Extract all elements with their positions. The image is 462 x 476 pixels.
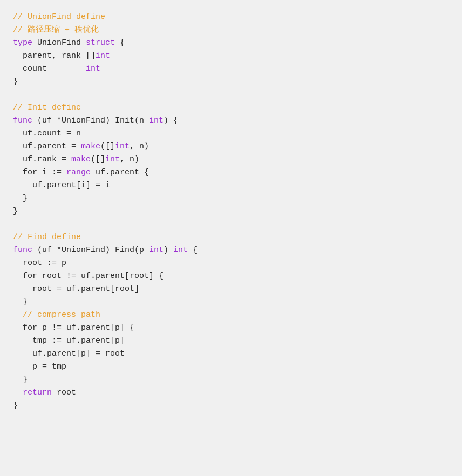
code-line: func (uf *UnionFind) Find(p int) int { — [13, 244, 449, 257]
code-line: } — [13, 205, 449, 218]
code-token: ) { — [164, 116, 178, 125]
code-block: // UnionFind define// 路径压缩 + 秩优化type Uni… — [13, 11, 449, 412]
code-token: // UnionFind define — [13, 12, 105, 22]
code-token: struct — [86, 38, 115, 47]
code-token: root = uf.parent[root] — [13, 284, 139, 294]
code-token: func — [13, 246, 32, 255]
code-line: p = tmp — [13, 361, 449, 373]
code-token: } — [13, 194, 28, 203]
code-line: func (uf *UnionFind) Init(n int) { — [13, 114, 449, 127]
code-token: // Init define — [13, 103, 81, 112]
code-line: // 路径压缩 + 秩优化 — [13, 24, 449, 37]
code-line: for p != uf.parent[p] { — [13, 322, 449, 335]
code-line: root = uf.parent[root] — [13, 283, 449, 296]
code-line: } — [13, 399, 449, 412]
code-token: int — [105, 155, 120, 164]
code-line: uf.parent = make([]int, n) — [13, 140, 449, 153]
code-token: uf.parent = — [13, 142, 81, 151]
code-line: uf.count = n — [13, 127, 449, 140]
code-token: // 路径压缩 + 秩优化 — [13, 25, 99, 35]
code-token: make — [71, 155, 91, 164]
code-token: uf.parent[p] = root — [13, 349, 125, 358]
code-line: return root — [13, 386, 449, 399]
code-line: type UnionFind struct { — [13, 37, 449, 50]
code-token: int — [149, 116, 164, 125]
code-token: (uf *UnionFind) Init(n — [32, 116, 149, 125]
code-line: parent, rank []int — [13, 50, 449, 63]
code-line: // Find define — [13, 231, 449, 244]
code-token: } — [13, 77, 18, 86]
code-token: , n) — [130, 142, 149, 151]
code-line — [13, 89, 449, 101]
code-line: // compress path — [13, 309, 449, 322]
code-token: int — [173, 246, 188, 255]
code-token: func — [13, 116, 32, 125]
code-token: { — [115, 38, 125, 47]
code-token: for i := — [13, 168, 66, 177]
code-token: (uf *UnionFind) Find(p — [32, 246, 149, 255]
code-token: ([] — [91, 155, 105, 164]
code-token: uf.parent[i] = i — [13, 181, 110, 190]
code-token: count — [13, 64, 86, 73]
code-token: int — [86, 64, 100, 73]
code-line: uf.rank = make([]int, n) — [13, 153, 449, 166]
code-token: int — [149, 246, 164, 255]
code-token: } — [13, 401, 18, 410]
code-line: } — [13, 76, 449, 89]
code-line: uf.parent[i] = i — [13, 179, 449, 192]
code-line: // Init define — [13, 101, 449, 114]
code-line: root := p — [13, 257, 449, 270]
code-token: , n) — [120, 155, 139, 164]
code-token: parent, rank [] — [13, 51, 96, 60]
code-token: make — [81, 142, 100, 151]
code-line — [13, 218, 449, 231]
code-token: for p != uf.parent[p] { — [13, 323, 134, 332]
code-token: range — [66, 168, 91, 177]
code-line: } — [13, 192, 449, 205]
code-token — [13, 388, 23, 397]
code-token: root — [52, 388, 76, 397]
code-token: } — [13, 375, 28, 384]
code-token: uf.count = n — [13, 129, 81, 138]
code-token: return — [23, 388, 52, 397]
code-token: uf.parent { — [91, 168, 149, 177]
code-token: int — [115, 142, 130, 151]
code-line: for root != uf.parent[root] { — [13, 270, 449, 283]
code-token: ) — [164, 246, 173, 255]
code-token: uf.rank = — [13, 155, 71, 164]
code-token: { — [188, 246, 198, 255]
code-line: count int — [13, 63, 449, 76]
code-token: root := p — [13, 259, 66, 268]
code-token: tmp := uf.parent[p] — [13, 336, 125, 345]
code-line: } — [13, 373, 449, 386]
code-token: p = tmp — [13, 362, 66, 371]
code-container: // UnionFind define// 路径压缩 + 秩优化type Uni… — [0, 0, 462, 476]
code-line: // UnionFind define — [13, 11, 449, 24]
code-token: } — [13, 297, 28, 307]
code-token: int — [96, 51, 110, 60]
code-token: } — [13, 207, 18, 216]
code-token: for root != uf.parent[root] { — [13, 271, 164, 281]
code-token: // compress path — [13, 310, 100, 319]
code-line: for i := range uf.parent { — [13, 166, 449, 179]
code-line: uf.parent[p] = root — [13, 348, 449, 361]
code-token: // Find define — [13, 233, 81, 242]
code-line: } — [13, 296, 449, 309]
code-token: UnionFind — [32, 38, 86, 47]
code-line: tmp := uf.parent[p] — [13, 335, 449, 348]
code-token: ([] — [100, 142, 115, 151]
code-token: type — [13, 38, 32, 47]
